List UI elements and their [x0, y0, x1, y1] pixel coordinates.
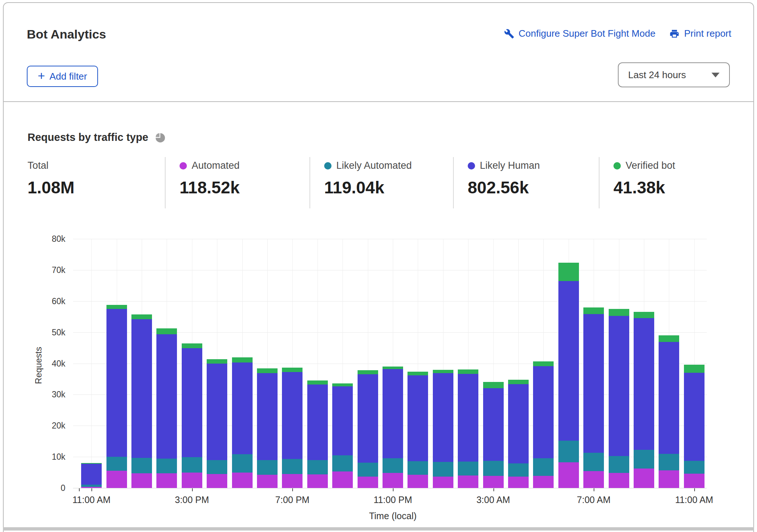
- likely-automated-bar-segment[interactable]: [483, 461, 504, 476]
- verified-bot-bar-segment[interactable]: [182, 343, 202, 348]
- likely-automated-bar-segment[interactable]: [106, 457, 127, 471]
- likely-automated-bar-segment[interactable]: [232, 454, 253, 473]
- verified-bot-bar-segment[interactable]: [358, 370, 378, 374]
- likely-human-bar-segment[interactable]: [307, 385, 328, 460]
- configure-super-bot-fight-mode-link[interactable]: Configure Super Bot Fight Mode: [504, 28, 656, 39]
- likely-human-bar-segment[interactable]: [583, 314, 604, 453]
- likely-automated-bar-segment[interactable]: [81, 485, 102, 487]
- likely-automated-bar-segment[interactable]: [182, 457, 202, 473]
- automated-bar-segment[interactable]: [659, 470, 679, 488]
- likely-human-bar-segment[interactable]: [458, 374, 478, 462]
- likely-human-bar-segment[interactable]: [684, 373, 705, 461]
- print-report-link[interactable]: Print report: [669, 28, 731, 39]
- likely-human-bar-segment[interactable]: [106, 309, 127, 457]
- likely-human-bar-segment[interactable]: [232, 362, 253, 454]
- likely-automated-bar-segment[interactable]: [156, 459, 177, 473]
- automated-bar-segment[interactable]: [433, 477, 453, 488]
- likely-automated-bar-segment[interactable]: [609, 456, 629, 473]
- automated-bar-segment[interactable]: [383, 473, 403, 488]
- likely-human-bar-segment[interactable]: [131, 319, 152, 458]
- automated-bar-segment[interactable]: [558, 462, 579, 488]
- verified-bot-bar-segment[interactable]: [408, 372, 428, 375]
- verified-bot-bar-segment[interactable]: [332, 383, 353, 386]
- likely-automated-bar-segment[interactable]: [131, 458, 152, 473]
- automated-bar-segment[interactable]: [508, 477, 529, 488]
- likely-human-bar-segment[interactable]: [609, 316, 629, 456]
- automated-bar-segment[interactable]: [609, 473, 629, 488]
- time-range-dropdown[interactable]: Last 24 hours: [618, 62, 730, 87]
- verified-bot-bar-segment[interactable]: [634, 312, 654, 318]
- likely-human-bar-segment[interactable]: [81, 464, 102, 485]
- add-filter-button[interactable]: + Add filter: [27, 66, 98, 87]
- likely-automated-bar-segment[interactable]: [307, 460, 328, 474]
- automated-bar-segment[interactable]: [106, 471, 127, 488]
- automated-bar-segment[interactable]: [182, 473, 202, 488]
- verified-bot-bar-segment[interactable]: [583, 307, 604, 314]
- verified-bot-bar-segment[interactable]: [433, 370, 453, 373]
- likely-human-bar-segment[interactable]: [282, 372, 303, 459]
- likely-human-bar-segment[interactable]: [508, 384, 529, 463]
- automated-bar-segment[interactable]: [332, 471, 353, 488]
- automated-bar-segment[interactable]: [483, 476, 504, 488]
- likely-human-bar-segment[interactable]: [358, 374, 378, 463]
- likely-human-bar-segment[interactable]: [332, 386, 353, 455]
- automated-bar-segment[interactable]: [257, 475, 278, 488]
- likely-human-bar-segment[interactable]: [207, 364, 227, 460]
- automated-bar-segment[interactable]: [583, 471, 604, 488]
- automated-bar-segment[interactable]: [81, 487, 102, 488]
- verified-bot-bar-segment[interactable]: [684, 365, 705, 373]
- verified-bot-bar-segment[interactable]: [81, 463, 102, 464]
- likely-automated-bar-segment[interactable]: [207, 460, 227, 474]
- likely-human-bar-segment[interactable]: [156, 334, 177, 459]
- likely-human-bar-segment[interactable]: [408, 375, 428, 461]
- verified-bot-bar-segment[interactable]: [232, 357, 253, 362]
- verified-bot-bar-segment[interactable]: [483, 382, 504, 389]
- automated-bar-segment[interactable]: [684, 474, 705, 488]
- likely-human-bar-segment[interactable]: [433, 373, 453, 462]
- verified-bot-bar-segment[interactable]: [383, 367, 403, 369]
- likely-automated-bar-segment[interactable]: [383, 458, 403, 473]
- likely-automated-bar-segment[interactable]: [332, 455, 353, 471]
- automated-bar-segment[interactable]: [358, 477, 378, 488]
- verified-bot-bar-segment[interactable]: [458, 369, 478, 374]
- automated-bar-segment[interactable]: [156, 473, 177, 488]
- verified-bot-bar-segment[interactable]: [533, 361, 554, 367]
- likely-automated-bar-segment[interactable]: [533, 458, 554, 476]
- verified-bot-bar-segment[interactable]: [207, 359, 227, 364]
- likely-automated-bar-segment[interactable]: [583, 453, 604, 471]
- automated-bar-segment[interactable]: [307, 474, 328, 488]
- automated-bar-segment[interactable]: [458, 475, 478, 488]
- likely-human-bar-segment[interactable]: [383, 369, 403, 458]
- likely-automated-bar-segment[interactable]: [508, 463, 529, 477]
- verified-bot-bar-segment[interactable]: [609, 309, 629, 316]
- likely-automated-bar-segment[interactable]: [408, 461, 428, 475]
- likely-automated-bar-segment[interactable]: [257, 460, 278, 475]
- verified-bot-bar-segment[interactable]: [508, 380, 529, 384]
- likely-human-bar-segment[interactable]: [257, 373, 278, 460]
- likely-automated-bar-segment[interactable]: [433, 462, 453, 477]
- verified-bot-bar-segment[interactable]: [106, 305, 127, 309]
- likely-human-bar-segment[interactable]: [634, 318, 654, 450]
- likely-automated-bar-segment[interactable]: [558, 441, 579, 462]
- verified-bot-bar-segment[interactable]: [156, 328, 177, 334]
- verified-bot-bar-segment[interactable]: [307, 380, 328, 385]
- likely-automated-bar-segment[interactable]: [684, 461, 705, 474]
- verified-bot-bar-segment[interactable]: [257, 368, 278, 373]
- likely-human-bar-segment[interactable]: [483, 388, 504, 461]
- likely-human-bar-segment[interactable]: [182, 348, 202, 457]
- automated-bar-segment[interactable]: [533, 476, 554, 488]
- automated-bar-segment[interactable]: [282, 474, 303, 488]
- likely-human-bar-segment[interactable]: [533, 366, 554, 458]
- verified-bot-bar-segment[interactable]: [131, 314, 152, 319]
- likely-automated-bar-segment[interactable]: [282, 459, 303, 474]
- automated-bar-segment[interactable]: [131, 473, 152, 488]
- verified-bot-bar-segment[interactable]: [282, 368, 303, 372]
- automated-bar-segment[interactable]: [408, 475, 428, 488]
- verified-bot-bar-segment[interactable]: [659, 335, 679, 342]
- likely-automated-bar-segment[interactable]: [458, 462, 478, 475]
- automated-bar-segment[interactable]: [207, 474, 227, 488]
- likely-human-bar-segment[interactable]: [659, 342, 679, 454]
- verified-bot-bar-segment[interactable]: [558, 263, 579, 281]
- automated-bar-segment[interactable]: [634, 469, 654, 488]
- automated-bar-segment[interactable]: [232, 473, 253, 488]
